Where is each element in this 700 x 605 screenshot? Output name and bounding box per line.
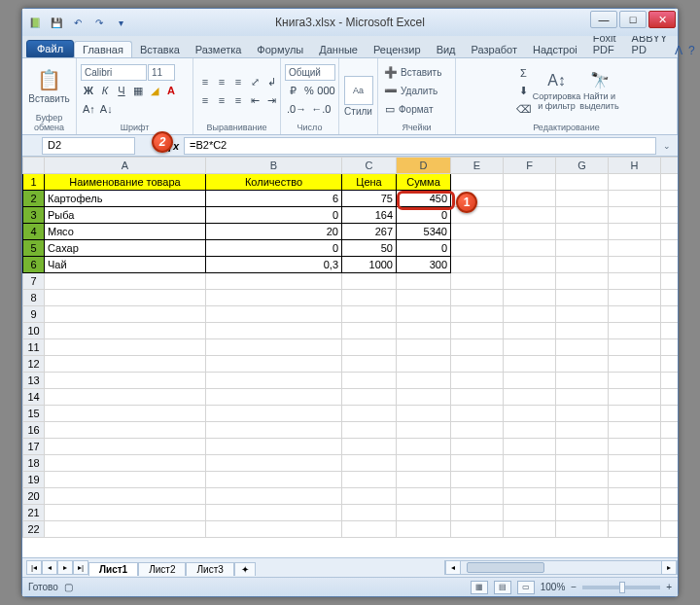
styles-button[interactable]: Aa bbox=[344, 76, 373, 105]
expand-formula-bar[interactable]: ⌄ bbox=[660, 141, 674, 151]
zoom-out-button[interactable]: − bbox=[571, 582, 577, 592]
inc-decimal-button[interactable]: .0→ bbox=[285, 100, 308, 118]
undo-icon[interactable]: ↶ bbox=[69, 14, 87, 31]
bold-button[interactable]: Ж bbox=[81, 82, 96, 99]
save-icon[interactable]: 💾 bbox=[48, 14, 65, 31]
redo-icon[interactable]: ↷ bbox=[90, 14, 108, 31]
indent-dec-button[interactable]: ⇤ bbox=[247, 91, 262, 109]
tab-view[interactable]: Вид bbox=[429, 42, 464, 57]
cell[interactable]: Рыба bbox=[45, 207, 206, 224]
cell[interactable]: 5340 bbox=[397, 224, 451, 240]
row-header[interactable]: 5 bbox=[23, 240, 45, 257]
first-sheet-button[interactable]: |◂ bbox=[26, 560, 42, 575]
tab-review[interactable]: Рецензир bbox=[366, 42, 429, 57]
comma-button[interactable]: 000 bbox=[318, 82, 334, 99]
align-right-button[interactable]: ≡ bbox=[230, 91, 246, 109]
col-header[interactable]: G bbox=[556, 158, 609, 174]
font-color-button[interactable]: A bbox=[163, 82, 179, 99]
row-header[interactable]: 1 bbox=[23, 174, 45, 191]
wrap-text-button[interactable]: ↲ bbox=[263, 73, 279, 90]
tab-addins[interactable]: Надстроі bbox=[525, 42, 585, 57]
col-header[interactable]: E bbox=[451, 158, 504, 174]
excel-icon[interactable]: 📗 bbox=[26, 14, 44, 31]
cell[interactable]: 0 bbox=[397, 240, 451, 257]
close-button[interactable]: ✕ bbox=[648, 11, 676, 28]
horizontal-scrollbar[interactable]: ◂ ▸ bbox=[444, 560, 678, 575]
indent-inc-button[interactable]: ⇥ bbox=[263, 91, 279, 109]
dec-decimal-button[interactable]: ←.0 bbox=[309, 100, 332, 118]
insert-cells-button[interactable]: Вставить bbox=[401, 67, 441, 78]
border-button[interactable]: ▦ bbox=[130, 82, 146, 99]
orientation-button[interactable]: ⤢ bbox=[247, 73, 262, 90]
sheet-tab[interactable]: Лист3 bbox=[186, 562, 233, 576]
cell[interactable]: 50 bbox=[342, 240, 397, 257]
paste-button[interactable]: 📋 Вставить bbox=[30, 68, 69, 104]
find-select-button[interactable]: 🔭 Найти и выделить bbox=[580, 71, 619, 111]
tab-home[interactable]: Главная bbox=[74, 41, 132, 57]
cell[interactable]: 300 bbox=[397, 257, 451, 273]
grow-font-button[interactable]: A↑ bbox=[81, 100, 97, 118]
cell[interactable]: Цена bbox=[342, 174, 397, 191]
cell[interactable]: 6 bbox=[206, 191, 342, 207]
fill-button[interactable]: ⬇ bbox=[514, 83, 534, 100]
cell[interactable]: 0,3 bbox=[206, 257, 342, 273]
name-box[interactable]: D2 bbox=[42, 137, 135, 155]
row-header[interactable]: 6 bbox=[23, 257, 45, 273]
cell[interactable]: 267 bbox=[342, 224, 397, 240]
cell[interactable]: Наименование товара bbox=[45, 174, 206, 191]
format-cells-button[interactable]: Формат bbox=[399, 104, 434, 115]
ribbon-min-icon[interactable]: ᐱ bbox=[675, 44, 682, 57]
tab-developer[interactable]: Разработ bbox=[464, 42, 525, 57]
cell-active[interactable]: 450 bbox=[397, 191, 451, 207]
page-layout-view-button[interactable]: ▤ bbox=[494, 581, 511, 594]
col-header[interactable]: I bbox=[661, 158, 679, 174]
macro-record-icon[interactable]: ▢ bbox=[64, 582, 73, 592]
zoom-in-button[interactable]: + bbox=[666, 582, 672, 592]
sheet-tab[interactable]: Лист1 bbox=[88, 562, 138, 576]
cell[interactable]: 1000 bbox=[342, 257, 397, 273]
cell[interactable]: Сумма bbox=[397, 174, 451, 191]
cell[interactable]: Мясо bbox=[45, 224, 206, 240]
next-sheet-button[interactable]: ▸ bbox=[57, 560, 73, 575]
page-break-view-button[interactable]: ▭ bbox=[517, 581, 535, 594]
italic-button[interactable]: К bbox=[97, 82, 113, 99]
align-left-button[interactable]: ≡ bbox=[197, 91, 213, 109]
qat-dropdown-icon[interactable]: ▾ bbox=[112, 14, 129, 31]
col-header[interactable]: F bbox=[504, 158, 556, 174]
maximize-button[interactable]: □ bbox=[619, 11, 647, 28]
cell[interactable]: 20 bbox=[206, 224, 342, 240]
col-header[interactable]: D bbox=[397, 158, 451, 174]
fx-button[interactable]: ƒx 2 bbox=[162, 137, 184, 155]
clear-button[interactable]: ⌫ bbox=[514, 101, 534, 119]
cell[interactable]: Количество bbox=[206, 174, 342, 191]
new-sheet-button[interactable]: ✦ bbox=[234, 562, 256, 576]
col-header[interactable]: C bbox=[342, 158, 397, 174]
cell[interactable]: 75 bbox=[342, 191, 397, 207]
scroll-right-button[interactable]: ▸ bbox=[661, 560, 677, 575]
cell[interactable]: Сахар bbox=[45, 240, 206, 257]
percent-button[interactable]: % bbox=[301, 82, 317, 99]
col-header[interactable]: H bbox=[609, 158, 661, 174]
number-format-select[interactable]: Общий bbox=[285, 64, 335, 81]
align-middle-button[interactable]: ≡ bbox=[214, 73, 229, 90]
file-tab[interactable]: Файл bbox=[26, 40, 74, 57]
underline-button[interactable]: Ч bbox=[114, 82, 129, 99]
col-header[interactable]: A bbox=[45, 158, 206, 174]
prev-sheet-button[interactable]: ◂ bbox=[42, 560, 57, 575]
help-icon[interactable]: ? bbox=[688, 44, 695, 57]
currency-button[interactable]: ₽ bbox=[285, 82, 300, 99]
align-center-button[interactable]: ≡ bbox=[214, 91, 229, 109]
cell[interactable]: 164 bbox=[342, 207, 397, 224]
cell[interactable]: 0 bbox=[397, 207, 451, 224]
row-header[interactable]: 4 bbox=[23, 224, 45, 240]
font-name-select[interactable]: Calibri bbox=[81, 64, 147, 81]
cell[interactable]: 0 bbox=[206, 240, 342, 257]
tab-layout[interactable]: Разметка bbox=[188, 42, 250, 57]
delete-cells-button[interactable]: Удалить bbox=[401, 86, 438, 96]
align-bottom-button[interactable]: ≡ bbox=[230, 73, 246, 90]
tab-formulas[interactable]: Формулы bbox=[249, 42, 311, 57]
zoom-slider[interactable] bbox=[582, 586, 660, 589]
tab-insert[interactable]: Вставка bbox=[132, 42, 188, 57]
formula-input[interactable]: =B2*C2 bbox=[184, 137, 656, 155]
cell[interactable]: 0 bbox=[206, 207, 342, 224]
